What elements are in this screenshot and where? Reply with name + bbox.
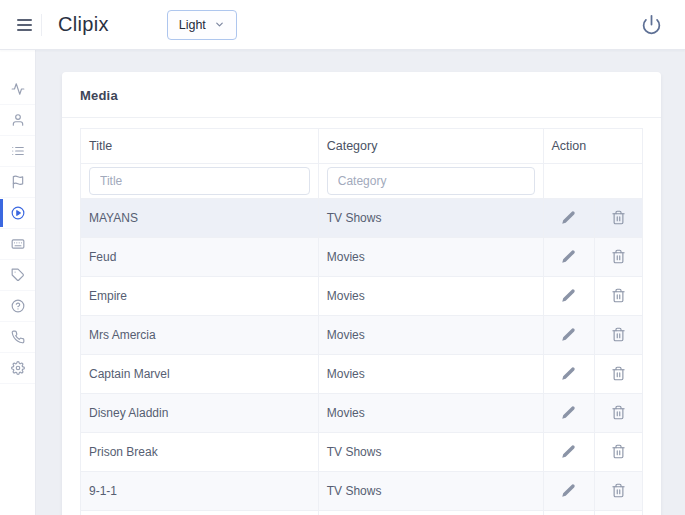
cell-delete [595, 355, 643, 394]
cell-delete [595, 472, 643, 511]
card-title: Media [80, 88, 118, 103]
main-content: Media Title Category Action [36, 50, 685, 515]
cell-category: TV Shows [318, 199, 543, 238]
pencil-icon[interactable] [557, 247, 580, 266]
cell-edit [543, 394, 595, 433]
trash-icon[interactable] [607, 286, 630, 305]
power-icon[interactable] [641, 14, 662, 35]
cell-edit [543, 316, 595, 355]
action-filter-cell [543, 164, 642, 199]
keyboard-icon [11, 237, 25, 251]
column-header-title[interactable]: Title [81, 129, 319, 164]
cell-title: 9-1-1 [81, 472, 319, 511]
trash-icon[interactable] [607, 442, 630, 461]
trash-icon[interactable] [607, 403, 630, 422]
sidebar-item-list[interactable] [0, 136, 35, 167]
cell-edit [543, 238, 595, 277]
tag-icon [11, 268, 25, 282]
cell-edit [543, 472, 595, 511]
hamburger-icon[interactable] [9, 10, 39, 40]
trash-icon[interactable] [607, 364, 630, 383]
cell-category: Movies [318, 394, 543, 433]
trash-icon[interactable] [607, 208, 630, 227]
sidebar-item-play-circle[interactable] [0, 198, 35, 229]
help-circle-icon [11, 299, 25, 313]
theme-dropdown[interactable]: Light [167, 10, 237, 40]
sidebar-item-user[interactable] [0, 105, 35, 136]
app-title: Clipix [58, 13, 109, 36]
cell-delete [595, 511, 643, 515]
table-row: Captain Marvel Movies [81, 355, 643, 394]
phone-icon [11, 330, 25, 344]
topbar: Clipix Light [0, 0, 685, 50]
topbar-divider [41, 14, 42, 36]
cell-edit [543, 511, 595, 515]
cell-delete [595, 433, 643, 472]
pencil-icon[interactable] [557, 364, 580, 383]
cell-title: Prison Break [81, 433, 319, 472]
card-body: Title Category Action MAYANS TV Shows [62, 118, 661, 515]
filter-row [81, 164, 643, 199]
pencil-icon[interactable] [557, 286, 580, 305]
cell-title: Disney Aladdin [81, 394, 319, 433]
table-row: 9-1-1 TV Shows [81, 472, 643, 511]
table-row: Disney Aladdin Movies [81, 394, 643, 433]
table-row: BONES The Final Chapter TV Shows [81, 511, 643, 515]
table-header-row: Title Category Action [81, 129, 643, 164]
cell-edit [543, 355, 595, 394]
cell-category: Movies [318, 277, 543, 316]
user-icon [11, 113, 25, 127]
theme-dropdown-value: Light [179, 18, 206, 32]
media-card: Media Title Category Action [62, 72, 661, 515]
table-row: Empire Movies [81, 277, 643, 316]
cell-title: Captain Marvel [81, 355, 319, 394]
pencil-icon[interactable] [557, 325, 580, 344]
sidebar-item-settings-badge[interactable] [0, 353, 35, 384]
sidebar-item-keyboard[interactable] [0, 229, 35, 260]
cell-title: MAYANS [81, 199, 319, 238]
cell-delete [595, 277, 643, 316]
cell-title: BONES The Final Chapter [81, 511, 319, 515]
trash-icon[interactable] [607, 325, 630, 344]
cell-title: Feud [81, 238, 319, 277]
cell-delete [595, 394, 643, 433]
cell-edit [543, 277, 595, 316]
list-icon [11, 144, 25, 158]
table-row: Prison Break TV Shows [81, 433, 643, 472]
sidebar-item-help-circle[interactable] [0, 291, 35, 322]
card-header: Media [62, 72, 661, 118]
title-filter-input[interactable] [89, 167, 310, 195]
cell-delete [595, 316, 643, 355]
sidebar-item-tag[interactable] [0, 260, 35, 291]
pencil-icon[interactable] [557, 442, 580, 461]
play-circle-icon [11, 206, 25, 220]
cell-category: Movies [318, 316, 543, 355]
media-table: Title Category Action MAYANS TV Shows [80, 128, 643, 515]
sidebar-item-phone[interactable] [0, 322, 35, 353]
cell-edit [543, 199, 595, 238]
table-row: Feud Movies [81, 238, 643, 277]
cell-edit [543, 433, 595, 472]
category-filter-input[interactable] [327, 167, 535, 195]
cell-delete [595, 199, 643, 238]
pencil-icon[interactable] [557, 403, 580, 422]
table-row: MAYANS TV Shows [81, 199, 643, 238]
pencil-icon[interactable] [557, 208, 580, 227]
cell-category: TV Shows [318, 433, 543, 472]
sidebar-item-flag[interactable] [0, 167, 35, 198]
cell-delete [595, 238, 643, 277]
cell-category: TV Shows [318, 472, 543, 511]
cell-title: Empire [81, 277, 319, 316]
flag-icon [11, 175, 25, 189]
sidebar-item-activity[interactable] [0, 74, 35, 105]
trash-icon[interactable] [607, 481, 630, 500]
cell-title: Mrs Amercia [81, 316, 319, 355]
cell-category: Movies [318, 238, 543, 277]
column-header-action: Action [543, 129, 642, 164]
column-header-category[interactable]: Category [318, 129, 543, 164]
chevron-down-icon [214, 19, 225, 30]
trash-icon[interactable] [607, 247, 630, 266]
pencil-icon[interactable] [557, 481, 580, 500]
table-row: Mrs Amercia Movies [81, 316, 643, 355]
cell-category: Movies [318, 355, 543, 394]
